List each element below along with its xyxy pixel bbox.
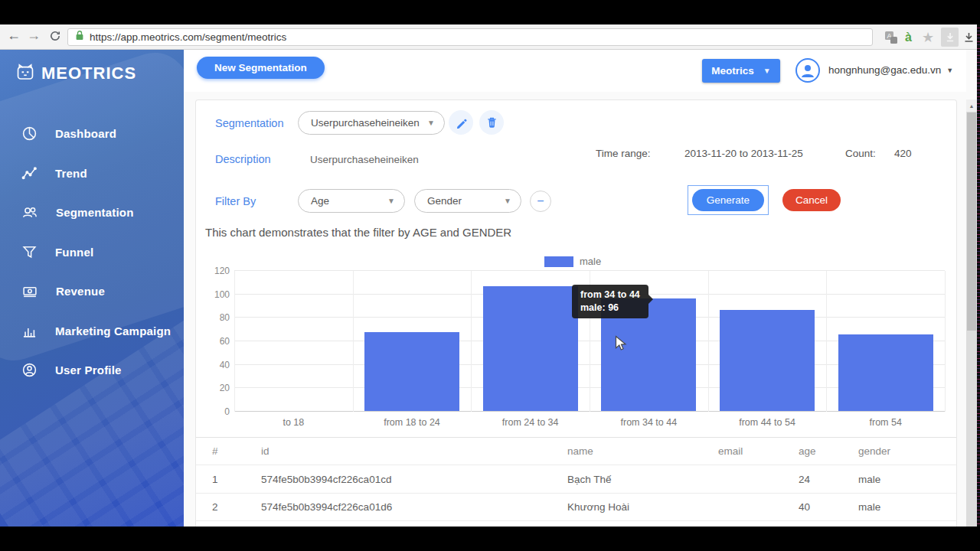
bottom-letterbox bbox=[0, 527, 980, 551]
sidebar-item-user-profile[interactable]: User Profile bbox=[0, 350, 184, 390]
sidebar-item-marketing-campaign[interactable]: Marketing Campaign bbox=[0, 311, 184, 351]
table-row[interactable]: 1574fe5b0b3994cf226ca01cdBạch Thế24male bbox=[196, 465, 956, 493]
table-cell: 1 bbox=[212, 474, 261, 485]
bar-slot bbox=[708, 271, 827, 412]
sidebar-item-dashboard[interactable]: Dashboard bbox=[0, 114, 184, 154]
download-extension-icon[interactable] bbox=[941, 28, 959, 47]
forward-icon[interactable]: → bbox=[24, 28, 43, 44]
table-cell: 574fe5b0b3994cf226ca01cd bbox=[261, 474, 567, 485]
pencil-icon bbox=[456, 117, 467, 129]
y-tick-label: 120 bbox=[199, 266, 230, 276]
content-header: New Segmentation Meotrics ▼ hongnhung@ga… bbox=[184, 50, 966, 92]
chart-y-axis: 020406080100120 bbox=[199, 271, 230, 412]
description-label: Description bbox=[215, 153, 271, 165]
pie-chart-icon bbox=[21, 126, 38, 142]
downloads-icon[interactable] bbox=[963, 28, 975, 47]
chevron-down-icon: ▼ bbox=[763, 67, 771, 75]
url-text: https://app.meotrics.com/segment/meotric… bbox=[90, 31, 286, 43]
chart-tooltip: from 34 to 44 male: 96 bbox=[572, 285, 648, 318]
filter-age-select[interactable]: Age ▼ bbox=[298, 189, 405, 213]
bar-from-24-to-34[interactable] bbox=[483, 286, 578, 411]
table-header-cell: gender bbox=[858, 445, 956, 457]
table-header-cell: email bbox=[718, 445, 799, 457]
legend-swatch bbox=[544, 256, 573, 267]
count-value: 420 bbox=[894, 148, 912, 159]
address-bar[interactable]: https://app.meotrics.com/segment/meotric… bbox=[67, 28, 873, 46]
filter-by-label: Filter By bbox=[215, 195, 256, 207]
bar-from-54[interactable] bbox=[838, 334, 933, 411]
y-tick-label: 40 bbox=[199, 360, 230, 370]
back-icon[interactable]: ← bbox=[5, 28, 23, 44]
table-body: 1574fe5b0b3994cf226ca01cdBạch Thế24male2… bbox=[196, 465, 956, 521]
chevron-down-icon: ▼ bbox=[387, 197, 395, 205]
money-icon bbox=[21, 283, 38, 299]
bookmark-star-icon[interactable]: ★ bbox=[922, 28, 934, 47]
scrollbar-thumb[interactable] bbox=[967, 112, 976, 331]
bar-slot bbox=[234, 271, 353, 412]
chart-note: This chart demonstrates that the filter … bbox=[205, 226, 511, 239]
app-logo[interactable]: MEOTRICS bbox=[15, 62, 136, 85]
x-tick-label: to 18 bbox=[234, 417, 353, 428]
bar-slot bbox=[826, 271, 945, 412]
cat-logo-icon bbox=[15, 62, 35, 85]
x-tick-label: from 54 bbox=[826, 417, 945, 428]
vertical-scrollbar[interactable]: ▲ bbox=[966, 99, 977, 551]
bar-slot bbox=[353, 271, 472, 412]
browser-chrome: ← → https://app.meotrics.com/segment/meo… bbox=[0, 24, 980, 50]
sidebar-item-funnel[interactable]: Funnel bbox=[0, 233, 184, 272]
avatar[interactable] bbox=[795, 58, 820, 83]
translate-icon[interactable]: A bbox=[884, 28, 898, 47]
org-dropdown-button[interactable]: Meotrics ▼ bbox=[702, 59, 780, 83]
person-circle-icon bbox=[21, 362, 38, 378]
x-tick-label: from 34 to 44 bbox=[590, 417, 708, 428]
table-header-cell: # bbox=[212, 445, 261, 457]
mouse-cursor bbox=[615, 335, 628, 356]
chevron-down-icon: ▼ bbox=[946, 67, 953, 74]
segmentation-select[interactable]: Userpurchaseheineiken ▼ bbox=[298, 111, 445, 135]
table-cell: 574fe5b0b3994cf226ca01d6 bbox=[261, 501, 567, 513]
description-value: Userpurchaseheineiken bbox=[310, 154, 419, 165]
table-header-cell: id bbox=[261, 445, 567, 457]
reload-icon[interactable] bbox=[46, 30, 64, 46]
generate-button[interactable]: Generate bbox=[692, 189, 764, 211]
funnel-icon bbox=[21, 244, 38, 260]
filter-gender-select[interactable]: Gender ▼ bbox=[414, 189, 521, 213]
chart-x-axis: to 18from 18 to 24from 24 to 34from 34 t… bbox=[234, 417, 945, 428]
sidebar-item-trend[interactable]: Trend bbox=[0, 154, 184, 194]
table-row[interactable]: 2574fe5b0b3994cf226ca01d6Khương Hoài40ma… bbox=[196, 493, 956, 521]
table-cell: 24 bbox=[799, 474, 858, 485]
x-tick-label: from 18 to 24 bbox=[353, 417, 472, 428]
screen: ← → https://app.meotrics.com/segment/meo… bbox=[0, 0, 980, 551]
sidebar-item-segmentation[interactable]: Segmentation bbox=[0, 193, 184, 233]
cancel-button[interactable]: Cancel bbox=[782, 189, 841, 211]
logo-text: MEOTRICS bbox=[41, 64, 136, 83]
table-cell: 40 bbox=[799, 501, 858, 513]
sidebar-item-revenue[interactable]: Revenue bbox=[0, 272, 184, 311]
bar-from-18-to-24[interactable] bbox=[364, 332, 459, 411]
extension-a-icon[interactable]: à bbox=[905, 28, 912, 47]
y-tick-label: 100 bbox=[199, 289, 230, 300]
remove-filter-button[interactable]: − bbox=[530, 191, 551, 212]
delete-segment-button[interactable] bbox=[479, 110, 504, 135]
table-cell: Khương Hoài bbox=[567, 501, 718, 513]
new-segmentation-button[interactable]: New Segmentation bbox=[197, 57, 325, 79]
edit-segment-button[interactable] bbox=[449, 110, 473, 135]
table-cell: Bạch Thế bbox=[567, 474, 718, 485]
chevron-down-icon: ▼ bbox=[427, 119, 435, 127]
sidebar: MEOTRICS Dashboard Trend Segmentation F bbox=[0, 50, 184, 527]
bar-from-44-to-54[interactable] bbox=[720, 310, 815, 411]
user-menu[interactable]: hongnhung@gac.edu.vn ▼ bbox=[828, 64, 953, 76]
line-chart-icon bbox=[21, 165, 38, 181]
table-cell: 2 bbox=[212, 501, 261, 513]
y-tick-label: 60 bbox=[199, 336, 230, 347]
time-range-label: Time range: bbox=[596, 148, 651, 159]
time-range-value: 2013-11-20 to 2013-11-25 bbox=[684, 148, 803, 159]
trash-icon bbox=[486, 116, 498, 129]
legend-label: male bbox=[580, 256, 601, 267]
table-cell: male bbox=[858, 474, 956, 485]
scroll-up-arrow-icon[interactable]: ▲ bbox=[966, 99, 977, 112]
results-table: #idnameemailagegender 1574fe5b0b3994cf22… bbox=[196, 437, 956, 521]
lock-icon bbox=[75, 30, 84, 44]
user-email-text: hongnhung@gac.edu.vn bbox=[828, 64, 941, 76]
table-header-cell: age bbox=[799, 445, 858, 457]
